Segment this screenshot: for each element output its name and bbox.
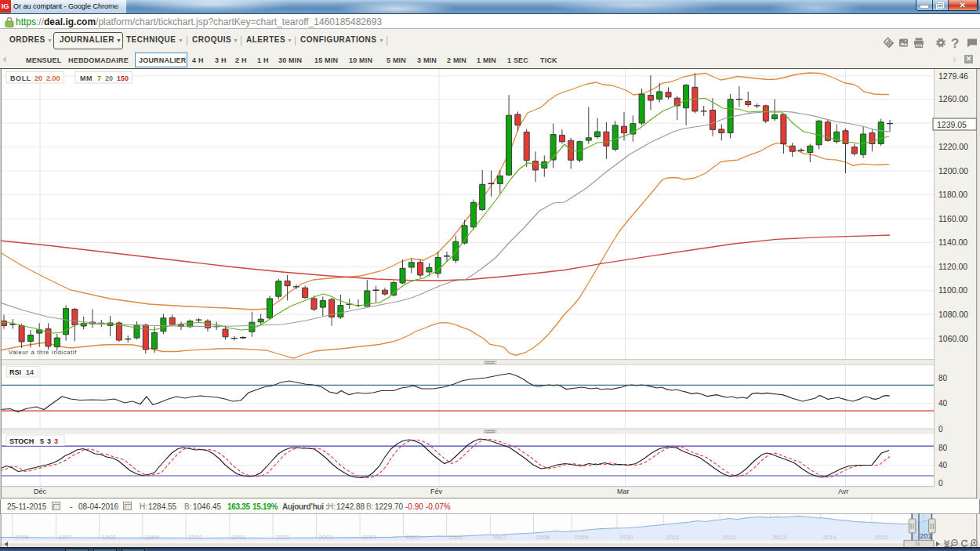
svg-text:2011: 2011 [666,534,680,541]
svg-text:5: 5 [40,437,44,445]
svg-text:2.00: 2.00 [46,74,60,82]
svg-text:2005: 2005 [405,534,419,541]
svg-text:Fév: Fév [430,488,443,495]
svg-text:1997: 1997 [59,534,73,541]
svg-text:1279.46: 1279.46 [938,71,968,81]
svg-text:1140.00: 1140.00 [938,237,967,247]
svg-text:20: 20 [34,74,42,82]
svg-text:Mar: Mar [617,488,630,495]
svg-text:80: 80 [938,444,948,452]
svg-text:1239.05: 1239.05 [937,120,967,129]
svg-text:1100.00: 1100.00 [938,285,967,295]
svg-text:80: 80 [938,374,948,382]
svg-text:1220.00: 1220.00 [938,142,968,151]
svg-text:1120.00: 1120.00 [938,262,967,271]
svg-text:1999: 1999 [145,534,159,541]
svg-text:1260.00: 1260.00 [938,94,968,103]
svg-text:1080.00: 1080.00 [938,310,968,319]
svg-text:?: ? [951,36,959,51]
svg-text:2001: 2001 [232,534,246,541]
svg-text:40: 40 [938,399,948,408]
svg-text:2006: 2006 [449,534,463,541]
svg-text:150: 150 [117,74,129,82]
svg-text:2002: 2002 [275,534,289,541]
svg-text:2004: 2004 [362,534,376,541]
svg-text:7: 7 [97,74,101,82]
svg-text:0: 0 [938,425,943,433]
svg-text:MM: MM [80,74,93,82]
svg-text:2007: 2007 [492,534,506,541]
svg-text:RSI: RSI [9,368,21,376]
svg-text:1060.00: 1060.00 [938,334,968,343]
svg-text:Déc: Déc [34,488,47,495]
svg-text:1160.00: 1160.00 [938,214,967,223]
svg-text:1998: 1998 [102,534,116,541]
svg-text:2014: 2014 [822,534,837,541]
svg-text:2008: 2008 [536,534,550,541]
svg-text:1180.00: 1180.00 [938,190,967,199]
svg-text:1996: 1996 [15,534,29,541]
svg-text:2009: 2009 [574,534,588,541]
svg-text:2000: 2000 [188,534,202,541]
svg-text:BOLL: BOLL [10,74,31,82]
svg-text:14: 14 [26,368,34,376]
svg-text:STOCH: STOCH [9,437,34,445]
svg-text:2012: 2012 [722,534,736,541]
svg-text:0: 0 [938,479,943,488]
svg-text:1200.00: 1200.00 [938,166,968,176]
svg-text:2015: 2015 [874,534,888,541]
svg-text:2013: 2013 [772,534,786,541]
svg-text:2003: 2003 [319,534,333,541]
svg-text:20: 20 [105,74,113,82]
svg-text:2010: 2010 [619,534,633,541]
svg-text:Avr: Avr [838,488,848,495]
svg-text:Valeur à titre indicatif: Valeur à titre indicatif [9,349,77,356]
svg-text:3: 3 [47,437,51,445]
svg-text:3: 3 [54,437,58,445]
svg-text:40: 40 [938,461,948,469]
